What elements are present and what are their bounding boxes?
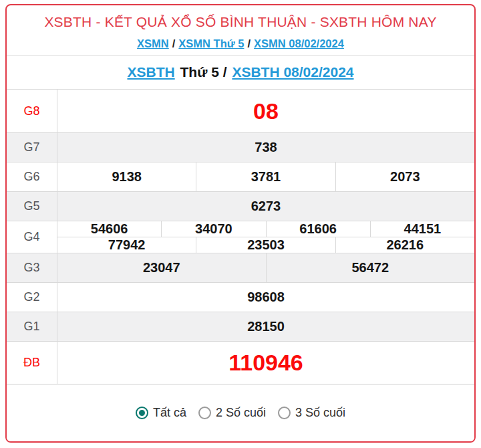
prize-row-g2: G298608 <box>7 282 474 312</box>
prize-label: G2 <box>7 283 57 312</box>
prize-number: 3781 <box>196 162 335 191</box>
prize-number: 738 <box>57 133 474 162</box>
prize-label: G5 <box>7 192 57 221</box>
breadcrumb-separator: / <box>169 37 179 49</box>
prize-row-g5: G56273 <box>7 191 474 221</box>
prize-label: G1 <box>7 312 57 341</box>
prize-number: 26216 <box>335 237 474 253</box>
prize-number: 6273 <box>57 192 474 221</box>
prize-number: 34070 <box>161 221 265 237</box>
prize-row-g8: G808 <box>7 90 474 132</box>
prize-number: 110946 <box>57 342 474 384</box>
subheading-link-region[interactable]: XSBTH <box>127 64 174 80</box>
radio-selected-icon[interactable] <box>136 407 148 419</box>
radio-option-3-số-cuối[interactable]: 3 Số cuối <box>278 406 345 420</box>
breadcrumb-separator: / <box>244 37 254 49</box>
radio-label: 2 Số cuối <box>216 406 266 420</box>
prize-row-g6: G6913837812073 <box>7 162 474 191</box>
radio-label: 3 Số cuối <box>295 406 345 420</box>
prize-row-đb: ĐB110946 <box>7 341 474 384</box>
results-table: G808G7738G6913837812073G56273G4546063407… <box>7 89 474 384</box>
results-card: XSBTH - KẾT QUẢ XỔ SỐ BÌNH THUẬN - SXBTH… <box>5 4 476 443</box>
prize-number: 9138 <box>57 162 196 191</box>
prize-number: 56472 <box>266 253 475 282</box>
prize-number: 54606 <box>57 221 161 237</box>
prize-label: G8 <box>7 90 57 132</box>
prize-row-g4: G454606340706160644151779422350326216 <box>7 221 474 253</box>
prize-number: 28150 <box>57 312 474 341</box>
subheading-weekday: Thứ 5 / <box>179 64 228 80</box>
prize-number: 08 <box>57 90 474 132</box>
subheading-link-date[interactable]: XSBTH 08/02/2024 <box>232 64 353 80</box>
prize-label: G6 <box>7 162 57 191</box>
display-mode-group: Tất cả2 Số cuối3 Số cuối <box>7 384 474 441</box>
page-title: XSBTH - KẾT QUẢ XỔ SỐ BÌNH THUẬN - SXBTH… <box>11 14 470 30</box>
radio-unselected-icon[interactable] <box>278 407 291 419</box>
prize-label: G4 <box>7 221 57 253</box>
prize-row-g1: G128150 <box>7 312 474 341</box>
prize-row-g7: G7738 <box>7 132 474 162</box>
subheading: XSBTH Thứ 5 / XSBTH 08/02/2024 <box>7 56 474 89</box>
breadcrumb-link-xsmn[interactable]: XSMN <box>137 37 169 49</box>
prize-number: 77942 <box>57 237 196 253</box>
prize-number: 44151 <box>370 221 474 237</box>
prize-label: G3 <box>7 253 57 282</box>
breadcrumb-link-xsmn-thu5[interactable]: XSMN Thứ 5 <box>178 37 244 49</box>
radio-label: Tất cả <box>153 406 186 420</box>
prize-number: 2073 <box>335 162 474 191</box>
radio-unselected-icon[interactable] <box>198 407 211 419</box>
prize-number: 23503 <box>196 237 335 253</box>
prize-row-g3: G32304756472 <box>7 253 474 282</box>
breadcrumb-link-xsmn-date[interactable]: XSMN 08/02/2024 <box>254 37 344 49</box>
breadcrumb: XSMN/XSMN Thứ 5/XSMN 08/02/2024 <box>11 37 470 50</box>
prize-number: 61606 <box>266 221 370 237</box>
header: XSBTH - KẾT QUẢ XỔ SỐ BÌNH THUẬN - SXBTH… <box>7 5 474 55</box>
prize-label: G7 <box>7 133 57 162</box>
prize-number: 23047 <box>57 253 266 282</box>
prize-number: 98608 <box>57 283 474 312</box>
prize-label: ĐB <box>7 342 57 384</box>
radio-option-2-số-cuối[interactable]: 2 Số cuối <box>198 406 266 420</box>
radio-option-tất-cả[interactable]: Tất cả <box>136 406 186 420</box>
